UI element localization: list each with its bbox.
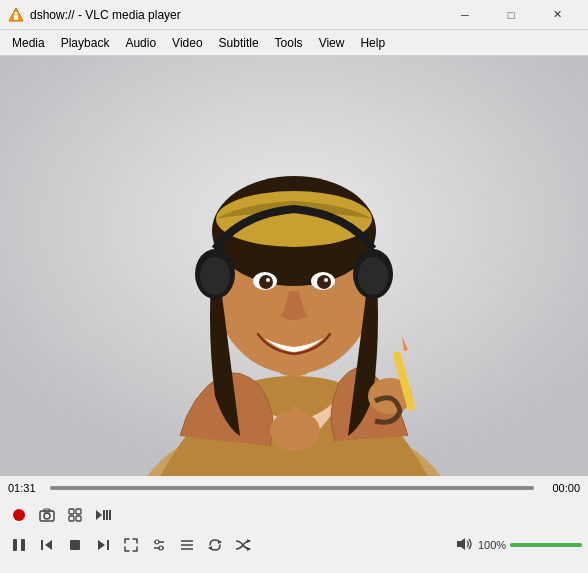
svg-rect-42 — [107, 540, 109, 550]
progress-bar[interactable] — [50, 486, 534, 490]
svg-rect-39 — [41, 540, 43, 550]
loop-button[interactable] — [202, 534, 228, 556]
svg-point-47 — [159, 546, 163, 550]
menu-item-tools[interactable]: Tools — [267, 33, 311, 53]
svg-point-45 — [155, 540, 159, 544]
menu-item-media[interactable]: Media — [4, 33, 53, 53]
prev-chapter-button[interactable] — [34, 534, 60, 556]
maximize-button[interactable]: □ — [488, 0, 534, 30]
menu-item-video[interactable]: Video — [164, 33, 210, 53]
close-button[interactable]: ✕ — [534, 0, 580, 30]
svg-marker-43 — [98, 540, 105, 550]
stop-button[interactable] — [62, 534, 88, 556]
menu-item-playback[interactable]: Playback — [53, 33, 118, 53]
svg-point-18 — [200, 257, 230, 295]
svg-marker-52 — [208, 546, 212, 550]
svg-marker-40 — [45, 540, 52, 550]
svg-rect-31 — [69, 516, 74, 521]
volume-icon[interactable] — [456, 537, 474, 554]
vlc-icon — [8, 7, 24, 23]
menu-item-view[interactable]: View — [311, 33, 353, 53]
svg-rect-1 — [14, 15, 18, 20]
svg-point-19 — [358, 257, 388, 295]
svg-rect-34 — [103, 510, 105, 520]
time-end: 00:00 — [540, 482, 580, 494]
extended-settings-button[interactable] — [146, 534, 172, 556]
menu-bar: MediaPlaybackAudioVideoSubtitleToolsView… — [0, 30, 588, 56]
svg-rect-36 — [109, 510, 111, 520]
svg-point-27 — [44, 513, 50, 519]
menu-item-audio[interactable]: Audio — [117, 33, 164, 53]
video-content — [0, 56, 588, 476]
time-current: 01:31 — [8, 482, 44, 494]
progress-fill — [50, 486, 534, 490]
volume-area: 100% — [456, 537, 582, 554]
record-button[interactable] — [6, 504, 32, 526]
svg-rect-24 — [290, 406, 300, 436]
minimize-button[interactable]: ─ — [442, 0, 488, 30]
svg-rect-41 — [70, 540, 80, 550]
fullscreen-button[interactable] — [118, 534, 144, 556]
svg-rect-37 — [13, 539, 17, 551]
svg-rect-38 — [21, 539, 25, 551]
svg-marker-55 — [457, 538, 465, 550]
menu-item-subtitle[interactable]: Subtitle — [211, 33, 267, 53]
playlist-button[interactable] — [174, 534, 200, 556]
volume-fill — [510, 543, 582, 547]
play-pause-button[interactable] — [6, 534, 32, 556]
svg-point-9 — [216, 191, 372, 247]
volume-label: 100% — [478, 539, 506, 551]
controls-area: 01:31 00:00 — [0, 476, 588, 560]
svg-point-12 — [259, 275, 273, 289]
control-row-1 — [0, 500, 588, 530]
title-bar: dshow:// - VLC media player ─ □ ✕ — [0, 0, 588, 30]
volume-slider[interactable] — [510, 543, 582, 547]
next-chapter-button[interactable] — [90, 534, 116, 556]
time-bar: 01:31 00:00 — [0, 476, 588, 500]
video-frame — [0, 56, 588, 476]
svg-marker-54 — [247, 539, 251, 543]
window-controls: ─ □ ✕ — [442, 0, 580, 30]
svg-marker-33 — [96, 510, 102, 520]
svg-point-15 — [324, 278, 328, 282]
svg-point-14 — [266, 278, 270, 282]
svg-rect-30 — [76, 509, 81, 514]
snapshot-button[interactable] — [34, 504, 60, 526]
svg-point-25 — [13, 509, 25, 521]
random-button[interactable] — [230, 534, 256, 556]
svg-rect-32 — [76, 516, 81, 521]
svg-marker-53 — [247, 547, 251, 551]
svg-rect-2 — [15, 12, 18, 15]
frame-advance-button[interactable] — [90, 504, 116, 526]
control-row-2: 100% — [0, 530, 588, 560]
window-title: dshow:// - VLC media player — [30, 8, 442, 22]
extended-button[interactable] — [62, 504, 88, 526]
svg-point-13 — [317, 275, 331, 289]
svg-rect-29 — [69, 509, 74, 514]
video-area — [0, 56, 588, 476]
svg-rect-35 — [106, 510, 108, 520]
menu-item-help[interactable]: Help — [352, 33, 393, 53]
svg-marker-51 — [218, 540, 222, 544]
